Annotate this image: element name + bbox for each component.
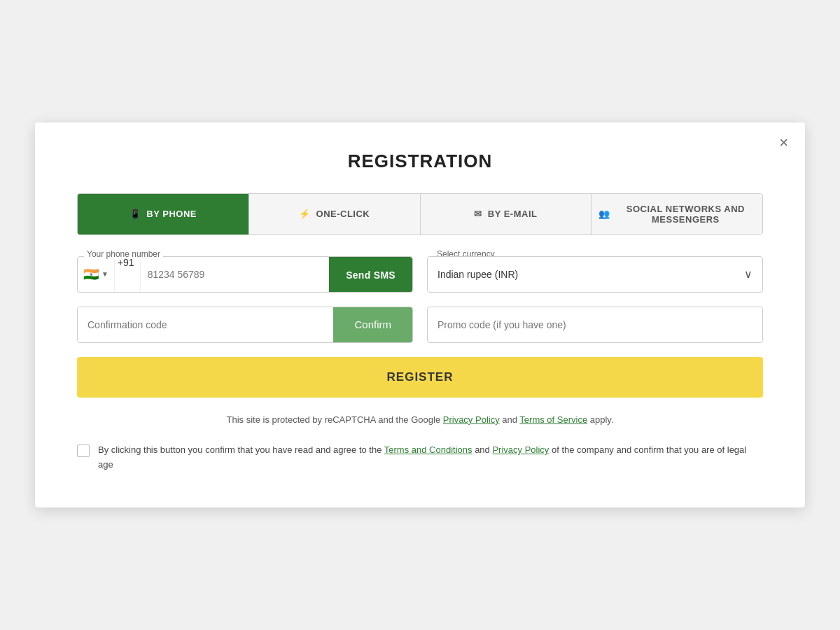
bolt-icon: ⚡ — [299, 209, 311, 219]
terms-of-service-link[interactable]: Terms of Service — [519, 414, 587, 425]
terms-checkbox[interactable] — [77, 444, 90, 457]
recaptcha-notice: This site is protected by reCAPTCHA and … — [77, 413, 763, 427]
registration-modal: × REGISTRATION 📱 BY PHONE ⚡ ONE-CLICK ✉ … — [35, 122, 805, 507]
tab-by-phone[interactable]: 📱 BY PHONE — [78, 194, 249, 234]
confirmation-promo-row: Confirm — [77, 307, 763, 343]
promo-group — [427, 307, 763, 343]
currency-value: Indian rupee (INR) — [438, 269, 737, 280]
social-icon: 👥 — [598, 209, 610, 219]
phone-currency-row: Your phone number 🇮🇳 ▼ +91 Send SMS Sele… — [77, 256, 763, 293]
tab-social[interactable]: 👥 SOCIAL NETWORKS AND MESSENGERS — [592, 194, 762, 234]
terms-and-conditions-link[interactable]: Terms and Conditions — [384, 444, 472, 455]
social-tab-label: SOCIAL NETWORKS AND MESSENGERS — [616, 204, 755, 225]
recaptcha-prefix: This site is protected by reCAPTCHA and … — [226, 414, 442, 425]
modal-title: REGISTRATION — [77, 150, 763, 172]
promo-code-input[interactable] — [427, 307, 763, 343]
register-button[interactable]: REGISTER — [77, 357, 763, 398]
terms-text: By clicking this button you confirm that… — [98, 443, 763, 472]
country-chevron-icon: ▼ — [102, 270, 108, 278]
recaptcha-and: and — [500, 414, 520, 425]
currency-chevron-icon: ∨ — [744, 267, 752, 281]
currency-selector[interactable]: Indian rupee (INR) ∨ — [427, 256, 763, 293]
close-button[interactable]: × — [779, 135, 788, 150]
terms-privacy-link[interactable]: Privacy Policy — [492, 444, 549, 455]
send-sms-button[interactable]: Send SMS — [329, 257, 412, 293]
terms-prefix: By clicking this button you confirm that… — [98, 444, 384, 455]
confirmation-code-input[interactable] — [78, 307, 333, 342]
email-icon: ✉ — [474, 209, 482, 219]
phone-tab-label: BY PHONE — [146, 209, 197, 219]
phone-label: Your phone number — [84, 249, 163, 259]
tab-by-email[interactable]: ✉ BY E-MAIL — [421, 194, 592, 234]
tab-one-click[interactable]: ⚡ ONE-CLICK — [249, 194, 421, 234]
one-click-tab-label: ONE-CLICK — [316, 209, 370, 219]
phone-group: Your phone number 🇮🇳 ▼ +91 Send SMS — [77, 256, 413, 293]
confirmation-input-wrapper: Confirm — [77, 307, 413, 343]
phone-number-input[interactable] — [141, 257, 329, 292]
terms-row: By clicking this button you confirm that… — [77, 443, 763, 472]
confirmation-group: Confirm — [77, 307, 413, 343]
registration-tabs: 📱 BY PHONE ⚡ ONE-CLICK ✉ BY E-MAIL 👥 SOC… — [77, 193, 763, 235]
country-selector[interactable]: 🇮🇳 ▼ — [78, 257, 115, 292]
confirm-button[interactable]: Confirm — [333, 307, 412, 342]
currency-group: Select currency Indian rupee (INR) ∨ — [427, 256, 763, 293]
phone-code: +91 — [115, 257, 141, 292]
recaptcha-suffix: apply. — [587, 414, 613, 425]
terms-middle: and — [472, 444, 493, 455]
privacy-policy-link[interactable]: Privacy Policy — [443, 414, 500, 425]
email-tab-label: BY E-MAIL — [488, 209, 538, 219]
phone-input-container: 🇮🇳 ▼ +91 Send SMS — [77, 256, 413, 293]
country-flag: 🇮🇳 — [83, 269, 99, 280]
phone-tab-icon: 📱 — [130, 209, 141, 219]
